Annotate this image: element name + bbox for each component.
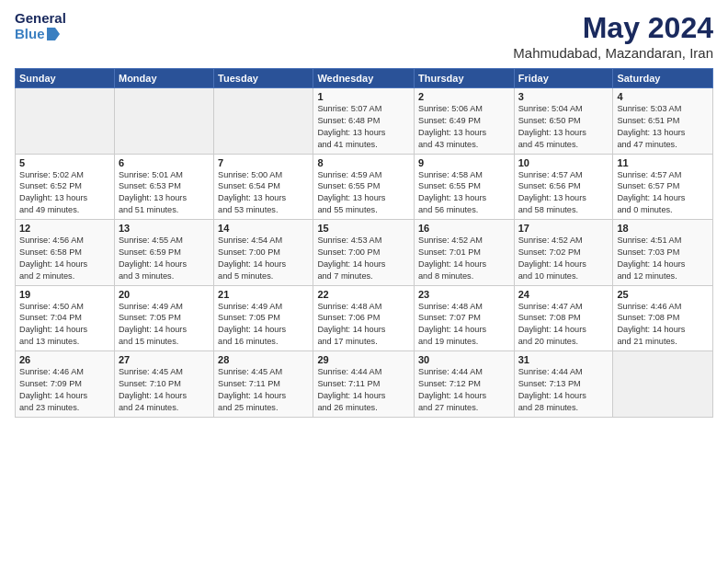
calendar-cell: 6Sunrise: 5:01 AM Sunset: 6:53 PM Daylig…	[114, 154, 213, 220]
day-number: 20	[119, 289, 210, 300]
calendar-week-4: 19Sunrise: 4:50 AM Sunset: 7:04 PM Dayli…	[16, 285, 713, 351]
day-number: 12	[19, 223, 110, 234]
day-info: Sunrise: 4:44 AM Sunset: 7:13 PM Dayligh…	[518, 366, 609, 414]
calendar-cell: 29Sunrise: 4:44 AM Sunset: 7:11 PM Dayli…	[313, 351, 415, 418]
day-number: 2	[418, 91, 510, 102]
calendar-cell: 16Sunrise: 4:52 AM Sunset: 7:01 PM Dayli…	[415, 220, 515, 286]
calendar-cell: 31Sunrise: 4:44 AM Sunset: 7:13 PM Dayli…	[514, 351, 613, 418]
day-info: Sunrise: 4:49 AM Sunset: 7:05 PM Dayligh…	[119, 301, 210, 349]
day-info: Sunrise: 4:53 AM Sunset: 7:00 PM Dayligh…	[317, 235, 410, 282]
day-header-tuesday: Tuesday	[214, 69, 313, 88]
calendar-cell: 19Sunrise: 4:50 AM Sunset: 7:04 PM Dayli…	[16, 285, 115, 351]
day-info: Sunrise: 5:07 AM Sunset: 6:48 PM Dayligh…	[317, 103, 410, 151]
calendar-cell	[214, 88, 313, 155]
day-number: 17	[518, 223, 609, 234]
day-number: 6	[119, 157, 210, 168]
day-number: 13	[119, 223, 210, 234]
day-header-saturday: Saturday	[613, 69, 713, 88]
day-header-thursday: Thursday	[415, 69, 515, 88]
calendar-cell: 20Sunrise: 4:49 AM Sunset: 7:05 PM Dayli…	[114, 285, 213, 351]
day-info: Sunrise: 4:52 AM Sunset: 7:02 PM Dayligh…	[518, 235, 609, 282]
day-number: 28	[218, 354, 309, 365]
day-info: Sunrise: 4:46 AM Sunset: 7:08 PM Dayligh…	[617, 301, 709, 349]
calendar-cell: 24Sunrise: 4:47 AM Sunset: 7:08 PM Dayli…	[514, 285, 613, 351]
day-info: Sunrise: 4:46 AM Sunset: 7:09 PM Dayligh…	[19, 366, 110, 414]
calendar-cell: 26Sunrise: 4:46 AM Sunset: 7:09 PM Dayli…	[16, 351, 115, 418]
day-number: 31	[518, 354, 609, 365]
logo-blue: Blue	[15, 27, 66, 42]
calendar-cell	[613, 351, 713, 418]
day-info: Sunrise: 4:52 AM Sunset: 7:01 PM Dayligh…	[418, 235, 510, 282]
calendar-cell: 18Sunrise: 4:51 AM Sunset: 7:03 PM Dayli…	[613, 220, 713, 286]
day-info: Sunrise: 4:54 AM Sunset: 7:00 PM Dayligh…	[218, 235, 309, 282]
day-info: Sunrise: 5:04 AM Sunset: 6:50 PM Dayligh…	[518, 103, 609, 151]
day-info: Sunrise: 4:45 AM Sunset: 7:10 PM Dayligh…	[119, 366, 210, 414]
calendar-cell: 30Sunrise: 4:44 AM Sunset: 7:12 PM Dayli…	[415, 351, 515, 418]
day-info: Sunrise: 5:02 AM Sunset: 6:52 PM Dayligh…	[19, 169, 110, 217]
calendar-cell: 21Sunrise: 4:49 AM Sunset: 7:05 PM Dayli…	[214, 285, 313, 351]
day-number: 27	[119, 354, 210, 365]
day-info: Sunrise: 4:44 AM Sunset: 7:11 PM Dayligh…	[317, 366, 410, 414]
day-header-sunday: Sunday	[16, 69, 115, 88]
day-number: 15	[317, 223, 410, 234]
day-number: 9	[418, 157, 510, 168]
day-number: 26	[19, 354, 110, 365]
calendar-cell: 28Sunrise: 4:45 AM Sunset: 7:11 PM Dayli…	[214, 351, 313, 418]
day-number: 30	[418, 354, 510, 365]
day-info: Sunrise: 4:57 AM Sunset: 6:57 PM Dayligh…	[617, 169, 709, 217]
calendar-cell: 12Sunrise: 4:56 AM Sunset: 6:58 PM Dayli…	[16, 220, 115, 286]
calendar-cell: 23Sunrise: 4:48 AM Sunset: 7:07 PM Dayli…	[415, 285, 515, 351]
day-number: 8	[317, 157, 410, 168]
calendar-cell: 11Sunrise: 4:57 AM Sunset: 6:57 PM Dayli…	[613, 154, 713, 220]
calendar-cell: 15Sunrise: 4:53 AM Sunset: 7:00 PM Dayli…	[313, 220, 415, 286]
day-info: Sunrise: 4:47 AM Sunset: 7:08 PM Dayligh…	[518, 301, 609, 349]
page: General Blue May 2024 Mahmudabad, Mazand…	[0, 0, 728, 563]
logo: General Blue	[15, 11, 66, 41]
day-number: 24	[518, 289, 609, 300]
calendar-header-row: SundayMondayTuesdayWednesdayThursdayFrid…	[16, 69, 713, 88]
day-number: 3	[518, 91, 609, 102]
day-number: 25	[617, 289, 709, 300]
calendar-cell: 4Sunrise: 5:03 AM Sunset: 6:51 PM Daylig…	[613, 88, 713, 155]
svg-marker-0	[47, 28, 60, 40]
logo-general: General	[15, 11, 66, 27]
main-title: May 2024	[513, 11, 713, 45]
calendar-week-1: 1Sunrise: 5:07 AM Sunset: 6:48 PM Daylig…	[16, 88, 713, 155]
calendar-cell	[16, 88, 115, 155]
day-number: 14	[218, 223, 309, 234]
day-number: 22	[317, 289, 410, 300]
day-info: Sunrise: 4:58 AM Sunset: 6:55 PM Dayligh…	[418, 169, 510, 217]
calendar-week-5: 26Sunrise: 4:46 AM Sunset: 7:09 PM Dayli…	[16, 351, 713, 418]
calendar-cell: 13Sunrise: 4:55 AM Sunset: 6:59 PM Dayli…	[114, 220, 213, 286]
day-header-wednesday: Wednesday	[313, 69, 415, 88]
day-info: Sunrise: 4:49 AM Sunset: 7:05 PM Dayligh…	[218, 301, 309, 349]
calendar-cell: 25Sunrise: 4:46 AM Sunset: 7:08 PM Dayli…	[613, 285, 713, 351]
day-info: Sunrise: 4:56 AM Sunset: 6:58 PM Dayligh…	[19, 235, 110, 282]
day-info: Sunrise: 4:55 AM Sunset: 6:59 PM Dayligh…	[119, 235, 210, 282]
calendar-cell: 17Sunrise: 4:52 AM Sunset: 7:02 PM Dayli…	[514, 220, 613, 286]
day-info: Sunrise: 5:00 AM Sunset: 6:54 PM Dayligh…	[218, 169, 309, 217]
day-info: Sunrise: 4:59 AM Sunset: 6:55 PM Dayligh…	[317, 169, 410, 217]
calendar-cell: 5Sunrise: 5:02 AM Sunset: 6:52 PM Daylig…	[16, 154, 115, 220]
day-info: Sunrise: 5:06 AM Sunset: 6:49 PM Dayligh…	[418, 103, 510, 151]
day-number: 23	[418, 289, 510, 300]
day-number: 29	[317, 354, 410, 365]
calendar-week-2: 5Sunrise: 5:02 AM Sunset: 6:52 PM Daylig…	[16, 154, 713, 220]
day-info: Sunrise: 5:03 AM Sunset: 6:51 PM Dayligh…	[617, 103, 709, 151]
day-info: Sunrise: 4:44 AM Sunset: 7:12 PM Dayligh…	[418, 366, 510, 414]
day-info: Sunrise: 4:57 AM Sunset: 6:56 PM Dayligh…	[518, 169, 609, 217]
calendar-cell: 3Sunrise: 5:04 AM Sunset: 6:50 PM Daylig…	[514, 88, 613, 155]
calendar-cell	[114, 88, 213, 155]
calendar-week-3: 12Sunrise: 4:56 AM Sunset: 6:58 PM Dayli…	[16, 220, 713, 286]
logo-arrow-icon	[47, 28, 60, 40]
calendar-cell: 9Sunrise: 4:58 AM Sunset: 6:55 PM Daylig…	[415, 154, 515, 220]
day-number: 5	[19, 157, 110, 168]
calendar-cell: 10Sunrise: 4:57 AM Sunset: 6:56 PM Dayli…	[514, 154, 613, 220]
day-number: 18	[617, 223, 709, 234]
calendar-cell: 22Sunrise: 4:48 AM Sunset: 7:06 PM Dayli…	[313, 285, 415, 351]
day-number: 10	[518, 157, 609, 168]
day-number: 1	[317, 91, 410, 102]
day-number: 4	[617, 91, 709, 102]
calendar-cell: 1Sunrise: 5:07 AM Sunset: 6:48 PM Daylig…	[313, 88, 415, 155]
day-number: 19	[19, 289, 110, 300]
